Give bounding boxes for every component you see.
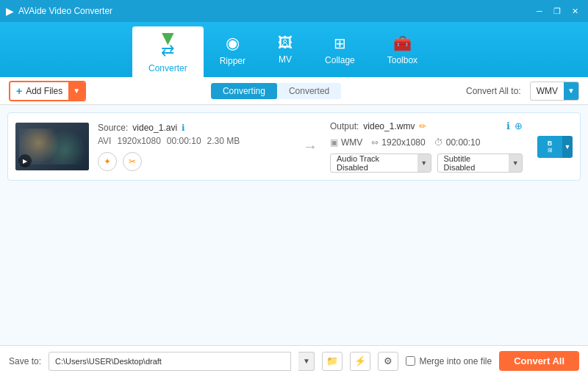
- item-actions: B ⊞ ▼: [537, 136, 573, 158]
- down-arrow-icon: ▼: [157, 26, 178, 50]
- format-selector[interactable]: WMV ▼: [530, 82, 579, 101]
- app-title: AVAide Video Converter: [18, 6, 112, 16]
- nav-converter[interactable]: ▼ ⇄ Converter: [132, 26, 204, 77]
- convert-all-label: Convert All to:: [466, 86, 521, 96]
- effects-button[interactable]: ✦: [98, 152, 117, 171]
- output-resolution-value: 1920x1080: [381, 137, 425, 148]
- video-thumbnail[interactable]: ▶: [15, 123, 89, 170]
- output-add-icon[interactable]: ⊕: [514, 120, 523, 131]
- nav-toolbox[interactable]: 🧰 Toolbox: [371, 22, 434, 77]
- edit-output-icon[interactable]: ✏: [419, 121, 426, 131]
- merge-checkbox-label: Merge into one file: [406, 356, 492, 366]
- converter-label: Converter: [148, 63, 187, 73]
- play-icon: ▶: [18, 154, 32, 167]
- save-path-dropdown[interactable]: ▼: [298, 352, 315, 371]
- output-row: Output: video_1.wmv ✏ ℹ ⊕: [330, 120, 523, 131]
- collage-icon: ⊞: [334, 35, 346, 52]
- tab-converted[interactable]: Converted: [277, 83, 341, 99]
- edit-format-btn-group: B ⊞ ▼: [537, 136, 573, 158]
- file-source-info: Source: video_1.avi ℹ AVI 1920x1080 00:0…: [98, 123, 290, 171]
- source-label: Source:: [98, 123, 128, 133]
- file-item: ▶ Source: video_1.avi ℹ AVI 1920x1080 00…: [7, 112, 581, 181]
- close-button[interactable]: ✕: [567, 4, 582, 18]
- audio-dropdown-arrow: ▼: [417, 154, 431, 172]
- lightning-button[interactable]: ⚡: [350, 352, 370, 371]
- output-info-icon[interactable]: ℹ: [506, 120, 510, 131]
- meta-format: AVI: [98, 136, 111, 146]
- merge-label: Merge into one file: [419, 356, 492, 366]
- output-format-value: WMV: [341, 137, 362, 148]
- plus-icon: +: [16, 85, 22, 97]
- meta-duration: 00:00:10: [167, 136, 201, 146]
- source-row: Source: video_1.avi ℹ: [98, 123, 290, 133]
- output-name: video_1.wmv: [363, 121, 415, 131]
- output-resolution-prop: ⇔ 1920x1080: [371, 137, 425, 148]
- ripper-label: Ripper: [220, 56, 245, 66]
- add-files-button[interactable]: + Add Files ▼: [9, 81, 86, 101]
- meta-resolution: 1920x1080: [117, 136, 160, 146]
- clock-icon: ⏱: [434, 137, 443, 148]
- add-files-dropdown-arrow[interactable]: ▼: [68, 82, 85, 100]
- toolbox-label: Toolbox: [387, 55, 417, 65]
- app-icon: ▶: [6, 5, 14, 17]
- subtitle-value: Subtitle Disabled: [438, 154, 509, 172]
- minimize-button[interactable]: ─: [532, 4, 547, 18]
- convert-arrow: →: [299, 138, 321, 155]
- tab-group: Converting Converted: [211, 83, 341, 99]
- settings-button[interactable]: ⚙: [378, 352, 398, 371]
- audio-track-dropdown[interactable]: Audio Track Disabled ▼: [330, 153, 431, 173]
- maximize-button[interactable]: ❐: [550, 4, 564, 18]
- output-col: Output: video_1.wmv ✏ ℹ ⊕ ▣ WMV ⇔ 1920x1…: [330, 120, 523, 173]
- toolbar: + Add Files ▼ Converting Converted Conve…: [0, 77, 588, 105]
- nav-collage[interactable]: ⊞ Collage: [309, 22, 371, 77]
- mv-label: MV: [279, 54, 292, 65]
- output-format-prop: ▣ WMV: [330, 137, 362, 148]
- ripper-icon: ◉: [226, 34, 240, 53]
- subtitle-dropdown-arrow: ▼: [509, 154, 522, 172]
- content-area: ▶ Source: video_1.avi ℹ AVI 1920x1080 00…: [0, 105, 588, 345]
- meta-size: 2.30 MB: [207, 136, 240, 146]
- convert-all-button[interactable]: Convert All: [499, 351, 579, 371]
- output-duration-prop: ⏱ 00:00:10: [434, 137, 481, 148]
- status-bar: Save to: ▼ 📁 ⚡ ⚙ Merge into one file Con…: [0, 345, 588, 376]
- format-value: WMV: [531, 86, 564, 96]
- source-info-icon[interactable]: ℹ: [182, 123, 185, 133]
- save-label: Save to:: [9, 356, 41, 366]
- edit-format-dropdown[interactable]: ▼: [562, 136, 573, 158]
- add-files-main: + Add Files: [10, 82, 68, 100]
- toolbox-icon: 🧰: [393, 35, 412, 52]
- save-path-input[interactable]: [49, 352, 291, 371]
- audio-track-value: Audio Track Disabled: [331, 154, 417, 172]
- merge-checkbox-input[interactable]: [406, 356, 415, 366]
- nav-ripper[interactable]: ◉ Ripper: [204, 22, 262, 77]
- action-icons: ✦ ✂: [98, 152, 290, 171]
- resize-icon: ⇔: [371, 137, 379, 148]
- tab-converting[interactable]: Converting: [211, 83, 277, 99]
- subtitle-dropdown[interactable]: Subtitle Disabled ▼: [437, 153, 523, 173]
- mv-icon: 🖼: [278, 35, 293, 51]
- format-dropdown-arrow[interactable]: ▼: [564, 82, 578, 100]
- top-nav: ▼ ⇄ Converter ◉ Ripper 🖼 MV ⊞ Collage 🧰 …: [0, 22, 588, 77]
- selectors-row: Audio Track Disabled ▼ Subtitle Disabled…: [330, 153, 523, 173]
- output-duration-value: 00:00:10: [446, 137, 481, 148]
- browse-folder-button[interactable]: 📁: [322, 352, 343, 371]
- output-props: ▣ WMV ⇔ 1920x1080 ⏱ 00:00:10: [330, 137, 523, 148]
- source-name: video_1.avi: [132, 123, 177, 133]
- output-label: Output:: [330, 121, 359, 131]
- meta-row: AVI 1920x1080 00:00:10 2.30 MB: [98, 136, 290, 146]
- cut-button[interactable]: ✂: [123, 152, 142, 171]
- output-format-icon: ▣: [330, 137, 338, 148]
- nav-mv[interactable]: 🖼 MV: [262, 22, 309, 77]
- add-files-label: Add Files: [26, 86, 62, 96]
- collage-label: Collage: [325, 55, 355, 65]
- title-bar-left: ▶ AVAide Video Converter: [6, 5, 112, 17]
- edit-format-button[interactable]: B ⊞: [537, 136, 562, 158]
- title-bar: ▶ AVAide Video Converter ─ ❐ ✕: [0, 0, 588, 22]
- title-bar-controls: ─ ❐ ✕: [532, 4, 582, 18]
